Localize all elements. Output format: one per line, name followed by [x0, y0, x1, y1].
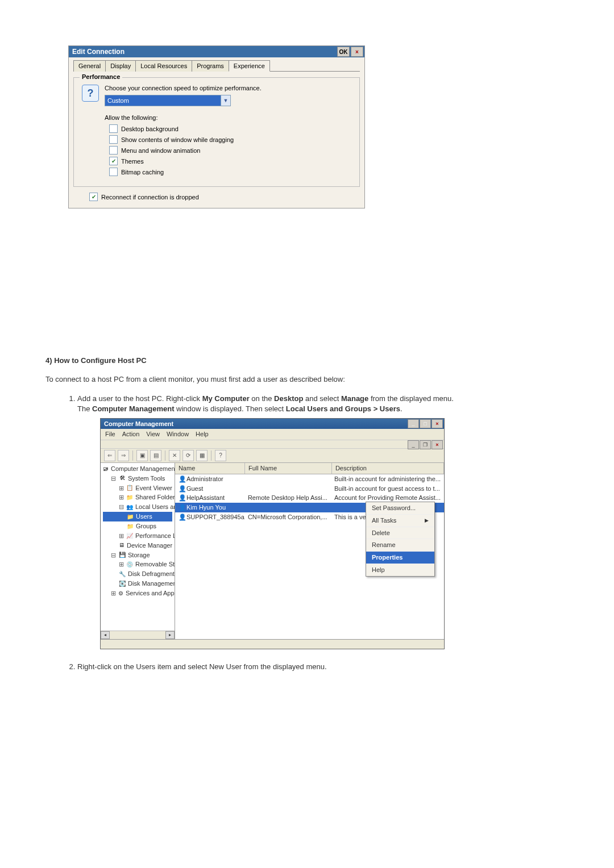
user-icon: 👤 [179, 513, 185, 521]
ctx-set-password[interactable]: Set Password... [366, 502, 434, 515]
step-1: Add a user to the host PC. Right-click M… [77, 394, 569, 649]
allow-label: Allow the following: [105, 114, 351, 121]
checkbox-show-contents[interactable] [109, 135, 118, 144]
speed-value: Custom [105, 95, 221, 106]
cm-child-winbtns: _ ❐ × [101, 440, 444, 449]
folder-icon: 📁 [127, 514, 134, 520]
ok-button[interactable]: OK [337, 47, 350, 57]
tree-perf-logs[interactable]: ⊞📈Performance Logs and Alerts [103, 531, 172, 541]
disk-icon: 💽 [119, 580, 126, 587]
forward-icon[interactable]: ⇒ [118, 450, 129, 461]
menu-window[interactable]: Window [167, 430, 189, 439]
tree-scrollbar[interactable]: ◂ ▸ [101, 631, 175, 639]
ctx-rename[interactable]: Rename [366, 539, 434, 552]
cm-title-bar: Computer Management _ □ × [101, 419, 444, 429]
computer-icon: 🖳 [103, 465, 109, 472]
minimize-button[interactable]: _ [408, 419, 419, 428]
tab-programs[interactable]: Programs [192, 60, 229, 72]
close-button[interactable]: × [351, 47, 363, 57]
tree-event-viewer[interactable]: ⊞📋Event Viewer [103, 483, 172, 493]
context-menu: Set Password... All Tasks▶ Delete Rename… [366, 502, 435, 577]
list-row[interactable]: 👤Guest Built-in account for guest access… [175, 484, 444, 494]
folder-icon: 📁 [126, 494, 133, 501]
tree-system-tools[interactable]: ⊟🛠System Tools [103, 474, 172, 483]
menu-help[interactable]: Help [196, 430, 209, 439]
tree-defrag[interactable]: 🔧Disk Defragmenter [103, 569, 172, 579]
device-icon: 🖥 [119, 542, 125, 549]
tab-local-resources[interactable]: Local Resources [135, 60, 192, 72]
tree-diskmgmt[interactable]: 💽Disk Management [103, 579, 172, 589]
status-bar [101, 639, 444, 649]
delete-icon[interactable]: ✕ [169, 450, 180, 461]
child-close-button[interactable]: × [432, 440, 443, 449]
ctx-properties[interactable]: Properties [366, 552, 434, 564]
label-themes: Themes [121, 158, 144, 165]
folder-icon: 📁 [127, 523, 134, 529]
event-icon: 📋 [126, 485, 133, 491]
list-row[interactable]: 👤Administrator Built-in account for admi… [175, 474, 444, 484]
export-icon[interactable]: ▦ [196, 450, 208, 461]
tools-icon: 🛠 [119, 475, 126, 482]
scroll-right-icon[interactable]: ▸ [165, 631, 175, 639]
tab-general[interactable]: General [73, 60, 106, 72]
checkbox-reconnect[interactable]: ✔ [89, 193, 98, 201]
speed-select[interactable]: Custom ▼ [105, 95, 231, 106]
ctx-help[interactable]: Help [366, 564, 434, 576]
close-button[interactable]: × [432, 419, 443, 428]
defrag-icon: 🔧 [119, 571, 126, 578]
checkbox-themes[interactable]: ✔ [109, 157, 118, 165]
cm-tree: 🖳Computer Management (Local) ⊟🛠System To… [101, 463, 175, 639]
back-icon[interactable]: ⇐ [104, 450, 115, 461]
window-title: Edit Connection [72, 48, 125, 56]
list-header: Name Full Name Description [175, 463, 444, 474]
ctx-delete[interactable]: Delete [366, 527, 434, 540]
performance-prompt: Choose your connection speed to optimize… [105, 85, 351, 91]
label-reconnect: Reconnect if connection is dropped [101, 194, 199, 201]
ctx-all-tasks[interactable]: All Tasks▶ [366, 515, 434, 527]
help-icon: ? [82, 85, 99, 102]
label-desktop-bg: Desktop background [121, 126, 179, 132]
perf-icon: 📈 [126, 532, 133, 539]
menu-file[interactable]: File [105, 430, 115, 439]
section-heading: 4) How to Configure Host PC [45, 356, 569, 365]
child-restore-button[interactable]: ❐ [420, 440, 431, 449]
checkbox-bitmap[interactable] [109, 168, 118, 176]
tree-shared-folders[interactable]: ⊞📁Shared Folders [103, 493, 172, 502]
properties-icon[interactable]: ▤ [150, 450, 161, 461]
tab-experience[interactable]: Experience [229, 60, 270, 72]
user-icon: 👤 [179, 475, 185, 483]
scroll-left-icon[interactable]: ◂ [101, 631, 110, 639]
col-description[interactable]: Description [332, 463, 444, 474]
tree-device-manager[interactable]: 🖥Device Manager [103, 541, 172, 550]
services-icon: ⚙ [118, 590, 123, 596]
tab-display[interactable]: Display [105, 60, 136, 72]
col-name[interactable]: Name [175, 463, 245, 474]
users-icon: 👥 [126, 504, 133, 511]
menu-action[interactable]: Action [122, 430, 140, 439]
checkbox-menu-anim[interactable] [109, 146, 118, 155]
maximize-button[interactable]: □ [420, 419, 431, 428]
tree-groups[interactable]: 📁Groups [103, 521, 172, 531]
storage-icon: 💾 [119, 552, 126, 558]
step-2: Right-click on the Users item and select… [77, 662, 569, 672]
performance-group: Performance ? Choose your connection spe… [73, 77, 360, 187]
tree-users[interactable]: 📁Users [103, 512, 172, 521]
tree-removable[interactable]: ⊞💿Removable Storage [103, 560, 172, 569]
cm-list: Name Full Name Description 👤Administrato… [175, 463, 444, 639]
tree-root[interactable]: 🖳Computer Management (Local) [103, 464, 172, 474]
chevron-right-icon: ▶ [425, 517, 429, 524]
col-fullname[interactable]: Full Name [245, 463, 332, 474]
tree-storage[interactable]: ⊟💾Storage [103, 550, 172, 560]
steps-list: Add a user to the host PC. Right-click M… [45, 394, 569, 671]
tree-local-users[interactable]: ⊟👥Local Users and Groups [103, 502, 172, 512]
cm-toolbar: ⇐ ⇒ ▣ ▤ ✕ ⟳ ▦ ? [101, 449, 444, 463]
computer-management-window: Computer Management _ □ × File Action Vi… [100, 418, 445, 649]
refresh-icon[interactable]: ⟳ [182, 450, 194, 461]
tab-strip: General Display Local Resources Programs… [73, 60, 360, 72]
help-icon[interactable]: ? [215, 450, 226, 461]
menu-view[interactable]: View [146, 430, 160, 439]
child-minimize-button[interactable]: _ [408, 440, 419, 449]
checkbox-desktop-bg[interactable] [109, 124, 118, 133]
tree-services[interactable]: ⊞⚙Services and Applications [103, 589, 172, 598]
up-icon[interactable]: ▣ [136, 450, 148, 461]
